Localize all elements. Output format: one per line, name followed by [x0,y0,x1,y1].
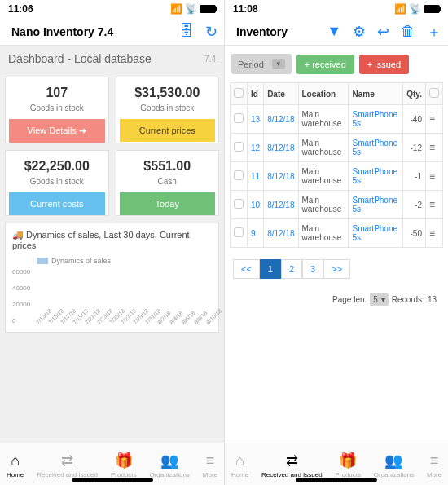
card-button[interactable]: Today [120,192,216,215]
page-button[interactable]: 2 [281,259,302,279]
tab-products[interactable]: 🎁 Products [111,452,137,478]
add-issued-button[interactable]: + issued [359,55,409,74]
tab-label: Home [7,471,24,478]
home-indicator[interactable] [72,478,153,482]
tab-label: More [203,471,217,478]
row-checkbox[interactable] [234,170,244,180]
row-checkbox[interactable] [234,199,244,209]
add-received-button[interactable]: + received [296,55,354,74]
tab-home[interactable]: ⌂ Home [7,452,24,478]
x-tick: 7/21/18 [84,316,93,325]
row-menu-icon[interactable]: ≡ [425,134,442,162]
col-header [231,83,248,105]
row-date[interactable]: 8/12/18 [264,162,298,191]
card-button[interactable]: Current costs [9,192,105,215]
filter-icon[interactable]: ▼ [327,23,341,40]
page-len-select[interactable]: 5 ▾ [370,293,389,306]
gear-icon[interactable]: ⚙ [353,23,366,41]
stat-card: 107 Goods in stock View Details ➜ [5,77,109,143]
col-header: Name [349,83,403,105]
stat-value: $22,250.00 [9,159,105,174]
tab-received-and-issued[interactable]: ⇄ Received and Issued [37,452,98,478]
stat-card: $22,250.00 Goods in stock Current costs [5,150,109,216]
tab-icon: 👥 [160,452,178,470]
row-name[interactable]: SmartPhone 5s [349,134,403,162]
wifi-icon: 📡 [409,3,421,15]
row-name[interactable]: SmartPhone 5s [349,191,403,219]
row-name[interactable]: SmartPhone 5s [349,219,403,248]
version-badge: 7.4 [204,55,216,64]
battery-icon [424,5,440,13]
page-button[interactable]: 1 [260,259,281,279]
pagination: <<123>> [233,259,440,279]
row-menu-icon[interactable]: ≡ [425,105,442,134]
tab-organizations[interactable]: 👥 Organizations [149,452,189,478]
x-tick: 8/8/18 [193,316,202,325]
row-date[interactable]: 8/12/18 [264,105,298,134]
x-tick: 8/10/18 [205,316,214,325]
home-indicator[interactable] [296,478,377,482]
row-location: Main warehouse [298,219,349,248]
chart-panel: 🚚 Dynamics of sales, Last 30 days, Curre… [5,223,219,333]
table-row: 9 8/12/18 Main warehouse SmartPhone 5s -… [231,219,443,248]
records-info: Page len. 5 ▾ Records: 13 [230,290,443,309]
tab-more[interactable]: ≡ More [427,452,441,478]
tab-organizations[interactable]: 👥 Organizations [374,452,414,478]
card-button[interactable]: Current prices [120,119,216,142]
tab-label: Organizations [374,471,414,478]
row-name[interactable]: SmartPhone 5s [349,162,403,191]
col-header: Date [264,83,298,105]
add-icon[interactable]: ＋ [427,22,441,42]
tab-more[interactable]: ≡ More [203,452,217,478]
database-icon[interactable]: 🗄 [179,23,194,40]
row-id[interactable]: 11 [248,162,264,191]
dashboard-body: 107 Goods in stock View Details ➜ $31,53… [0,72,224,443]
row-checkbox[interactable] [234,113,244,123]
x-tick: 7/13/18 [35,316,44,325]
header: Nano Inventory 7.4 🗄 ↻ [0,18,224,46]
row-name[interactable]: SmartPhone 5s [349,105,403,134]
x-tick: 7/31/18 [144,316,153,325]
tab-received-and-issued[interactable]: ⇄ Received and Issued [261,452,323,478]
chart-legend: Dynamics of sales [37,257,212,265]
row-date[interactable]: 8/12/18 [264,219,298,248]
x-tick: 8/4/18 [169,316,178,325]
row-menu-icon[interactable]: ≡ [425,191,442,219]
signal-icon: 📶 [170,3,182,15]
row-date[interactable]: 8/12/18 [264,191,298,219]
row-date[interactable]: 8/12/18 [264,134,298,162]
row-checkbox[interactable] [234,227,244,237]
tab-products[interactable]: 🎁 Products [335,452,361,478]
tab-label: Organizations [149,471,189,478]
row-id[interactable]: 10 [248,191,264,219]
row-id[interactable]: 9 [248,219,264,248]
x-tick: 7/25/18 [108,316,117,325]
row-id[interactable]: 12 [248,134,264,162]
battery-icon [200,5,216,13]
chart-area: 02000040000600007/13/187/15/187/17/187/1… [12,268,212,325]
tab-icon: ≡ [206,452,215,470]
page-button[interactable]: 3 [302,259,323,279]
page-button[interactable]: << [233,259,260,279]
col-header: Id [248,83,264,105]
table-row: 11 8/12/18 Main warehouse SmartPhone 5s … [231,162,443,191]
undo-icon[interactable]: ↩ [377,23,389,41]
stat-label: Goods in stock [120,104,216,112]
card-button[interactable]: View Details ➜ [9,119,105,143]
legend-label: Dynamics of sales [51,257,111,265]
period-select[interactable]: Period ▼ [231,54,292,74]
tab-label: Home [231,471,248,478]
refresh-icon[interactable]: ↻ [205,23,217,41]
page-button[interactable]: >> [323,259,350,279]
table-row: 13 8/12/18 Main warehouse SmartPhone 5s … [231,105,443,134]
inventory-body: Period ▼ + received + issued IdDateLocat… [225,46,448,443]
row-menu-icon[interactable]: ≡ [425,219,442,248]
trash-icon[interactable]: 🗑 [401,23,415,40]
y-tick: 0 [12,317,15,324]
row-menu-icon[interactable]: ≡ [425,162,442,191]
row-checkbox[interactable] [234,142,244,152]
row-qty: -2 [403,191,426,219]
page-title: Dashboard - Local database [8,52,152,65]
row-id[interactable]: 13 [248,105,264,134]
tab-home[interactable]: ⌂ Home [231,452,248,478]
